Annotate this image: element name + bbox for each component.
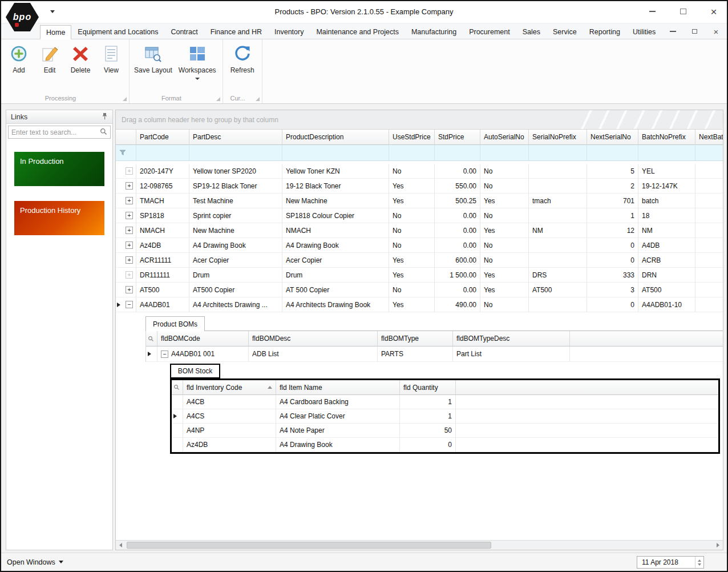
group-dialog-launcher-icon[interactable] (256, 97, 260, 101)
ribbon-tab[interactable]: Procurement (463, 25, 516, 39)
save-layout-button[interactable]: Save Layout (132, 41, 175, 92)
ribbon-minimize-button[interactable] (668, 27, 678, 36)
search-icon[interactable] (100, 127, 107, 138)
column-header-partcode[interactable]: PartCode (136, 130, 189, 145)
filter-cell[interactable] (136, 145, 189, 161)
table-row[interactable]: + Az4DB A4 Drawing Book A4 Drawing Book … (116, 238, 723, 253)
scroll-right-button[interactable] (713, 541, 723, 550)
column-header-usestdprice[interactable]: UseStdPrice (389, 130, 435, 145)
filter-cell[interactable] (638, 145, 695, 161)
detail-search-cell[interactable] (146, 331, 157, 347)
expand-toggle-icon[interactable]: + (126, 286, 133, 293)
filter-cell[interactable] (189, 145, 282, 161)
table-row[interactable]: + NMACH New Machine NMACH No 0.00 Yes NM… (116, 223, 723, 238)
group-dialog-launcher-icon[interactable] (216, 97, 220, 101)
column-header-fldbomdesc[interactable]: fldBOMDesc (249, 331, 378, 347)
table-row[interactable]: − A4ADB01 A4 Architects Drawing ... A4 A… (116, 297, 723, 312)
quick-access-dropdown-icon[interactable] (50, 10, 55, 13)
open-windows-button[interactable]: Open Windows (7, 558, 63, 566)
column-header-fld-inventory-code[interactable]: fld Inventory Code (183, 380, 276, 395)
row-expand-cell[interactable]: + (125, 283, 136, 297)
row-expand-cell[interactable]: + (125, 268, 136, 283)
column-header-fld-item-name[interactable]: fld Item Name (276, 380, 400, 395)
table-row[interactable]: + AT500 AT500 Copier AT 500 Copier No 0.… (116, 283, 723, 297)
column-header-stdprice[interactable]: StdPrice (435, 130, 480, 145)
tab-product-boms[interactable]: Product BOMs (145, 316, 205, 331)
search-input[interactable] (11, 128, 100, 136)
document-close-button[interactable]: × (711, 27, 721, 36)
row-expand-cell[interactable]: + (125, 164, 136, 179)
pin-icon[interactable] (102, 112, 108, 122)
row-expand-cell[interactable]: + (125, 194, 136, 208)
ribbon-tab[interactable]: Service (547, 25, 583, 39)
table-row[interactable]: A4CB A4 Cardboard Backing 1 (172, 395, 718, 409)
scroll-left-button[interactable] (116, 541, 126, 550)
ribbon-tab[interactable]: Sales (516, 25, 547, 39)
row-expand-cell[interactable]: + (125, 223, 136, 238)
filter-cell[interactable] (480, 145, 529, 161)
row-expand-cell[interactable]: + (125, 253, 136, 268)
filter-cell[interactable] (435, 145, 480, 161)
table-row[interactable]: A4NP A4 Note Paper 50 (172, 424, 718, 438)
expand-toggle-icon[interactable]: + (126, 182, 133, 190)
add-button[interactable]: Add (3, 41, 34, 92)
table-row[interactable]: A4CS A4 Clear Platic Cover 1 (172, 409, 718, 424)
date-spinner[interactable] (695, 557, 703, 568)
table-row[interactable]: + ACR11111 Acer Copier Acer Copier Yes 6… (116, 253, 723, 268)
expand-toggle-icon[interactable]: + (126, 271, 133, 279)
expand-toggle-icon[interactable]: + (126, 197, 133, 204)
row-expand-cell[interactable]: + (125, 208, 136, 223)
date-picker[interactable]: 11 Apr 2018 (637, 556, 704, 569)
ribbon-tab[interactable]: Home (40, 25, 71, 39)
table-row[interactable]: −A4ADB01 001 ADB List PARTS Part List (146, 347, 723, 362)
filter-cell[interactable] (282, 145, 389, 161)
ribbon-tab[interactable]: Utilities (626, 25, 662, 39)
expand-toggle-icon[interactable]: + (126, 227, 133, 234)
table-row[interactable]: Az4DB A4 Drawing Book 0 (172, 438, 718, 452)
ribbon-tab[interactable]: Finance and HR (204, 25, 268, 39)
expand-toggle-icon[interactable]: − (126, 301, 133, 308)
close-button[interactable]: × (706, 5, 721, 18)
column-header-nextserialno[interactable]: NextSerialNo (587, 130, 638, 145)
window-restore-button[interactable] (689, 27, 699, 36)
column-header-batchnoprefix[interactable]: BatchNoPrefix (638, 130, 695, 145)
maximize-button[interactable] (676, 5, 690, 18)
expand-toggle-icon[interactable]: − (161, 351, 168, 358)
ribbon-tab[interactable]: Maintenance and Projects (310, 25, 405, 39)
column-header-nextbatch[interactable]: NextBatc (695, 130, 723, 145)
link-in-production[interactable]: In Production (14, 152, 104, 186)
row-expand-cell[interactable]: + (125, 179, 136, 194)
column-header-productdescription[interactable]: ProductDescription (282, 130, 389, 145)
column-header-fldbomtypedesc[interactable]: fldBOMTypeDesc (453, 331, 570, 347)
expand-toggle-icon[interactable]: + (126, 212, 133, 219)
group-by-panel[interactable]: Drag a column header here to group by th… (116, 110, 723, 130)
expand-toggle-icon[interactable]: + (126, 167, 133, 175)
table-row[interactable]: + 2020-147Y Yellow toner SP2020 Yellow T… (116, 164, 723, 179)
minimize-button[interactable] (645, 5, 660, 18)
filter-cell[interactable] (587, 145, 638, 161)
row-expand-cell[interactable]: + (125, 238, 136, 253)
detail-search-cell[interactable] (172, 380, 183, 395)
column-header-fld-quantity[interactable]: fld Quantity (400, 380, 456, 395)
ribbon-tab[interactable]: Manufacturing (405, 25, 463, 39)
link-production-history[interactable]: Production History (14, 201, 104, 235)
scrollbar-thumb[interactable] (127, 542, 491, 549)
delete-button[interactable]: Delete (65, 41, 96, 92)
edit-button[interactable]: Edit (34, 41, 65, 92)
table-row[interactable]: + TMACH Test Machine New Machine Yes 500… (116, 194, 723, 208)
ribbon-tab[interactable]: Equipment and Locations (71, 25, 164, 39)
scrollbar-track[interactable] (126, 541, 713, 550)
column-header-serialnoprefix[interactable]: SerialNoPrefix (529, 130, 587, 145)
column-header-fldbomtype[interactable]: fldBOMType (378, 331, 453, 347)
expand-toggle-icon[interactable]: + (126, 256, 133, 264)
column-header-partdesc[interactable]: PartDesc (189, 130, 282, 145)
ribbon-tab[interactable]: Inventory (268, 25, 310, 39)
ribbon-tab[interactable]: Contract (164, 25, 204, 39)
horizontal-scrollbar[interactable] (116, 540, 723, 550)
filter-cell[interactable] (695, 145, 723, 161)
ribbon-tab[interactable]: Reporting (583, 25, 626, 39)
table-row[interactable]: + DR111111 Drum Drum Yes 1 500.00 Yes DR… (116, 268, 723, 283)
table-row[interactable]: + 12-098765 SP19-12 Black Toner 19-12 Bl… (116, 179, 723, 194)
filter-cell[interactable] (389, 145, 435, 161)
group-dialog-launcher-icon[interactable] (123, 97, 127, 101)
